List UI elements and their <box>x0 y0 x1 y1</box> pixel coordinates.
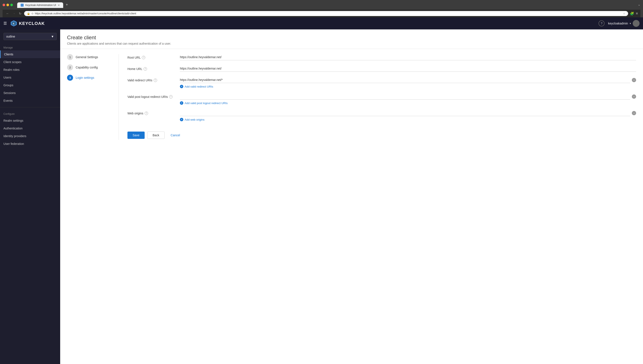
manage-section-header: Manage <box>0 44 60 50</box>
user-dropdown-arrow: ▼ <box>629 22 631 25</box>
browser-tab[interactable]: Keycloak Administration UI ✕ <box>17 2 63 8</box>
sidebar-label-authentication: Authentication <box>4 127 23 130</box>
form-area: Root URL ? Home URL ? <box>127 54 636 140</box>
root-url-group: Root URL ? <box>127 54 636 60</box>
tab-close-button[interactable]: ✕ <box>58 4 60 7</box>
wizard-steps: 1 General Settings 2 Capability config 3… <box>67 54 110 140</box>
web-origins-input-row: − <box>180 110 636 116</box>
sidebar-label-realm-roles: Realm roles <box>4 68 20 72</box>
forward-button[interactable]: → <box>12 11 16 16</box>
realm-name: outline <box>6 35 15 38</box>
page-subtitle: Clients are applications and services th… <box>67 42 636 45</box>
step-3-label: Login settings <box>76 76 94 80</box>
sidebar-item-sessions[interactable]: Sessions <box>0 89 60 97</box>
sidebar-item-events[interactable]: Events <box>0 97 60 104</box>
minimize-window-button[interactable] <box>7 4 9 6</box>
tab-title: Keycloak Administration UI <box>25 4 56 7</box>
top-navigation: ☰ K KEYCLOAK ? keycloakadmin ▼ <box>0 18 643 30</box>
wizard-step-1[interactable]: 1 General Settings <box>67 54 110 60</box>
valid-redirect-uris-help-icon[interactable]: ? <box>154 78 157 82</box>
sidebar-label-users: Users <box>4 76 12 79</box>
sidebar-item-realm-settings[interactable]: Realm settings <box>0 117 60 124</box>
root-url-input[interactable] <box>180 54 636 60</box>
add-valid-redirect-uris-link[interactable]: + Add valid redirect URIs <box>180 85 636 88</box>
home-url-help-icon[interactable]: ? <box>144 67 147 70</box>
user-menu[interactable]: keycloakadmin ▼ <box>608 20 639 27</box>
logo-icon: K <box>10 20 17 27</box>
url-text: https://keycloak.outline.heyvaldemar.net… <box>35 12 622 15</box>
close-window-button[interactable] <box>3 4 5 6</box>
sidebar-item-client-scopes[interactable]: Client scopes <box>0 58 60 66</box>
cancel-button[interactable]: Cancel <box>167 132 183 139</box>
valid-post-logout-label: Valid post logout redirect URIs ? <box>127 95 175 98</box>
web-origins-label: Web origins ? <box>127 112 175 115</box>
new-tab-button[interactable]: + <box>64 2 70 8</box>
reload-button[interactable]: ↻ <box>18 11 22 16</box>
sidebar-item-groups[interactable]: Groups <box>0 81 60 89</box>
svg-text:K: K <box>13 22 15 25</box>
add-web-origins-link[interactable]: + Add web origins <box>180 118 636 121</box>
maximize-window-button[interactable] <box>10 4 13 6</box>
home-url-group: Home URL ? <box>127 66 636 72</box>
valid-redirect-uris-remove-button[interactable]: − <box>632 78 636 82</box>
page-title: Create client <box>67 34 636 40</box>
menu-hamburger-button[interactable]: ☰ <box>4 21 7 26</box>
keycloak-logo: K KEYCLOAK <box>10 20 45 27</box>
sidebar: outline ▼ Manage Clients Client scopes R… <box>0 30 60 364</box>
home-url-input[interactable] <box>180 66 636 72</box>
root-url-label: Root URL ? <box>127 56 175 59</box>
security-icon: ⊙ <box>31 12 34 15</box>
sidebar-item-users[interactable]: Users <box>0 74 60 81</box>
sidebar-item-clients[interactable]: Clients <box>0 50 60 58</box>
add-web-origins-icon: + <box>180 118 183 121</box>
sidebar-label-user-federation: User federation <box>4 142 24 146</box>
valid-redirect-uris-group: Valid redirect URIs ? − + Add val <box>127 77 636 88</box>
lock-icon: 🔒 <box>27 12 30 15</box>
valid-post-logout-remove-button[interactable]: − <box>632 94 636 99</box>
tab-favicon <box>21 4 24 7</box>
valid-redirect-uris-label: Valid redirect URIs ? <box>127 78 175 82</box>
menu-icon[interactable]: ≡ <box>636 12 638 16</box>
valid-post-logout-input[interactable] <box>180 93 630 100</box>
sidebar-label-client-scopes: Client scopes <box>4 60 22 64</box>
add-valid-post-logout-icon: + <box>180 101 183 105</box>
sidebar-label-clients: Clients <box>4 52 13 56</box>
wizard-step-2[interactable]: 2 Capability config <box>67 64 110 70</box>
wizard-separator <box>119 54 119 140</box>
form-actions: Save Back Cancel <box>127 128 636 139</box>
web-origins-remove-button[interactable]: − <box>632 111 636 115</box>
sidebar-label-groups: Groups <box>4 84 13 87</box>
root-url-help-icon[interactable]: ? <box>142 56 145 59</box>
back-button[interactable]: Back <box>147 132 165 139</box>
step-2-label: Capability config <box>76 66 98 69</box>
realm-selector[interactable]: outline ▼ <box>4 33 57 40</box>
address-bar[interactable]: 🔒 ⊙ https://keycloak.outline.heyvaldemar… <box>24 11 628 16</box>
sidebar-item-authentication[interactable]: Authentication <box>0 124 60 132</box>
valid-redirect-uris-input[interactable] <box>180 77 630 83</box>
sidebar-label-realm-settings: Realm settings <box>4 119 24 122</box>
sidebar-divider <box>0 107 60 107</box>
valid-post-logout-input-row: − <box>180 93 636 100</box>
web-origins-help-icon[interactable]: ? <box>145 112 148 115</box>
add-valid-post-logout-link[interactable]: + Add valid post logout redirect URIs <box>180 101 636 105</box>
sidebar-item-identity-providers[interactable]: Identity providers <box>0 132 60 140</box>
step-3-number: 3 <box>67 75 73 81</box>
back-button[interactable]: ← <box>5 11 10 16</box>
valid-post-logout-help-icon[interactable]: ? <box>169 95 172 98</box>
step-2-number: 2 <box>67 64 73 70</box>
extensions-icon[interactable]: 🧩 <box>630 12 634 16</box>
sidebar-item-realm-roles[interactable]: Realm roles <box>0 66 60 74</box>
step-1-label: General Settings <box>76 55 98 59</box>
web-origins-input[interactable] <box>180 110 630 116</box>
save-button[interactable]: Save <box>127 132 145 139</box>
sidebar-label-identity-providers: Identity providers <box>4 134 27 138</box>
sidebar-label-events: Events <box>4 99 13 102</box>
configure-section-header: Configure <box>0 110 60 117</box>
sidebar-item-user-federation[interactable]: User federation <box>0 140 60 148</box>
wizard-step-3[interactable]: 3 Login settings <box>67 75 110 81</box>
page-header: Create client Clients are applications a… <box>60 30 643 49</box>
step-1-number: 1 <box>67 54 73 60</box>
bookmark-icon[interactable]: ☆ <box>623 12 625 15</box>
dropdown-icon: ⌄ <box>638 3 640 7</box>
help-button[interactable]: ? <box>598 20 604 26</box>
